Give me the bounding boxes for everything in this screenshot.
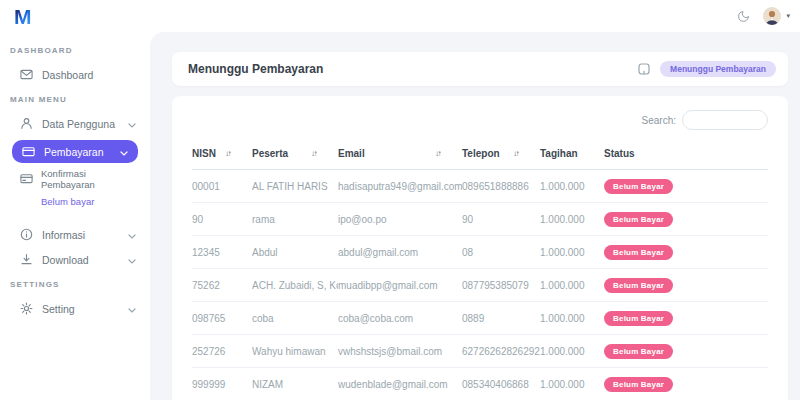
sidebar-section-dashboard: DASHBOARD — [0, 38, 150, 62]
chevron-down-icon — [120, 146, 128, 158]
info-icon — [20, 228, 33, 241]
cell-nisn: 999999 — [192, 368, 252, 400]
cell-telepon: 0889 — [462, 302, 540, 335]
payments-table: NISN↓↑ Peserta↓↑ Email↓↑ Telepon↓↑ Tagih… — [192, 142, 768, 400]
cell-email: vwhshstsjs@bmail.com — [338, 335, 462, 368]
sidebar-item-label: Dashboard — [42, 69, 136, 81]
status-badge: Belum Bayar — [604, 179, 673, 194]
chevron-down-icon — [128, 229, 136, 241]
page-title: Menunggu Pembayaran — [188, 62, 323, 76]
dark-mode-toggle-moon-icon[interactable] — [737, 10, 750, 23]
sidebar-item-pembayaran[interactable]: Pembayaran — [12, 140, 138, 163]
home-icon[interactable] — [637, 62, 651, 76]
cell-nisn: 00001 — [192, 170, 252, 203]
cell-nisn: 90 — [192, 203, 252, 236]
column-header-nisn[interactable]: NISN↓↑ — [192, 142, 252, 170]
breadcrumb-current-badge: Menunggu Pembayaran — [660, 61, 776, 77]
cell-tagihan: 1.000.000 — [540, 302, 604, 335]
search-label: Search: — [642, 115, 676, 126]
sort-icon: ↓↑ — [225, 149, 230, 158]
breadcrumb: Menunggu Pembayaran — [637, 61, 776, 77]
table-row: 00001 AL FATIH HARIS hadisaputra949@gmai… — [192, 170, 768, 203]
user-icon — [20, 117, 33, 130]
sort-icon: ↓↑ — [435, 149, 440, 158]
cell-tagihan: 1.000.000 — [540, 236, 604, 269]
status-badge: Belum Bayar — [604, 278, 673, 293]
cell-telepon: 08 — [462, 236, 540, 269]
sidebar-item-informasi[interactable]: Informasi — [0, 222, 150, 247]
user-menu[interactable]: ▾ — [763, 7, 790, 25]
table-row: 12345 Abdul abdul@gmail.com 08 1.000.000… — [192, 236, 768, 269]
cell-nisn: 252726 — [192, 335, 252, 368]
column-header-peserta[interactable]: Peserta↓↑ — [252, 142, 338, 170]
sidebar-item-label: Konfirmasi Pembayaran — [41, 168, 136, 190]
sidebar-section-main-menu: MAIN MENU — [0, 87, 150, 111]
table-header-row: NISN↓↑ Peserta↓↑ Email↓↑ Telepon↓↑ Tagih… — [192, 142, 768, 170]
envelope-icon — [20, 68, 33, 81]
card-lines-icon — [20, 172, 33, 185]
sidebar-item-download[interactable]: Download — [0, 247, 150, 272]
cell-email: ipo@oo.po — [338, 203, 462, 236]
cell-nisn: 75262 — [192, 269, 252, 302]
cell-nisn: 098765 — [192, 302, 252, 335]
sidebar-item-data-pengguna[interactable]: Data Pengguna — [0, 111, 150, 136]
cell-peserta: NIZAM — [252, 368, 338, 400]
status-badge: Belum Bayar — [604, 344, 673, 359]
topbar: M ▾ — [0, 0, 800, 32]
table-row: 75262 ACH. Zubaidi, S, Kom muadibpp@gmai… — [192, 269, 768, 302]
user-avatar[interactable] — [763, 7, 781, 25]
main-content: Menunggu Pembayaran Menunggu Pembayaran … — [150, 32, 800, 400]
cell-peserta: rama — [252, 203, 338, 236]
cell-email: coba@coba.com — [338, 302, 462, 335]
cell-status: Belum Bayar — [604, 203, 768, 236]
download-icon — [20, 253, 33, 266]
table-search: Search: — [192, 110, 768, 130]
cell-telepon: 087795385079 — [462, 269, 540, 302]
table-row: 999999 NIZAM wudenblade@gmail.com 085340… — [192, 368, 768, 400]
cell-telepon: 90 — [462, 203, 540, 236]
page-header: Menunggu Pembayaran Menunggu Pembayaran — [172, 52, 788, 86]
search-input[interactable] — [682, 110, 768, 130]
cell-status: Belum Bayar — [604, 302, 768, 335]
table-card: Search: NISN↓↑ Peserta↓↑ — [172, 96, 788, 400]
sidebar-item-label: Download — [42, 254, 128, 266]
status-badge: Belum Bayar — [604, 377, 673, 392]
brand-logo[interactable]: M — [14, 6, 31, 27]
cell-tagihan: 1.000.000 — [540, 269, 604, 302]
card-icon — [22, 145, 35, 158]
column-header-tagihan: Tagihan — [540, 142, 604, 170]
app-window: M ▾ DASHBOARD — [0, 0, 800, 400]
cell-email: hadisaputra949@gmail.com — [338, 170, 462, 203]
cell-nisn: 12345 — [192, 236, 252, 269]
table-row: 90 rama ipo@oo.po 90 1.000.000 Belum Bay… — [192, 203, 768, 236]
column-header-telepon[interactable]: Telepon↓↑ — [462, 142, 540, 170]
cell-tagihan: 1.000.000 — [540, 170, 604, 203]
sidebar-item-setting[interactable]: Setting — [0, 296, 150, 321]
cell-tagihan: 1.000.000 — [540, 203, 604, 236]
cell-telepon: 089651888886 — [462, 170, 540, 203]
gear-icon — [20, 302, 33, 315]
sort-icon: ↓↑ — [311, 149, 316, 158]
sidebar-item-label: Belum bayar — [41, 196, 94, 207]
column-header-email[interactable]: Email↓↑ — [338, 142, 462, 170]
cell-status: Belum Bayar — [604, 269, 768, 302]
sidebar-item-label: Setting — [42, 303, 128, 315]
sidebar-item-label: Data Pengguna — [42, 118, 128, 130]
sidebar-item-belum-bayar[interactable]: Belum bayar — [0, 190, 150, 213]
cell-tagihan: 1.000.000 — [540, 368, 604, 400]
cell-peserta: ACH. Zubaidi, S, Kom — [252, 269, 338, 302]
cell-peserta: AL FATIH HARIS — [252, 170, 338, 203]
chevron-down-icon: ▾ — [786, 12, 790, 20]
cell-email: abdul@gmail.com — [338, 236, 462, 269]
status-badge: Belum Bayar — [604, 212, 673, 227]
cell-status: Belum Bayar — [604, 368, 768, 400]
sidebar-item-dashboard[interactable]: Dashboard — [0, 62, 150, 87]
cell-peserta: Abdul — [252, 236, 338, 269]
sort-icon: ↓↑ — [513, 149, 518, 158]
status-badge: Belum Bayar — [604, 245, 673, 260]
sidebar-item-konfirmasi-pembayaran[interactable]: Konfirmasi Pembayaran — [0, 167, 150, 190]
cell-status: Belum Bayar — [604, 170, 768, 203]
cell-telepon: 62726262826292 — [462, 335, 540, 368]
chevron-down-icon — [128, 254, 136, 266]
cell-telepon: 085340406868 — [462, 368, 540, 400]
